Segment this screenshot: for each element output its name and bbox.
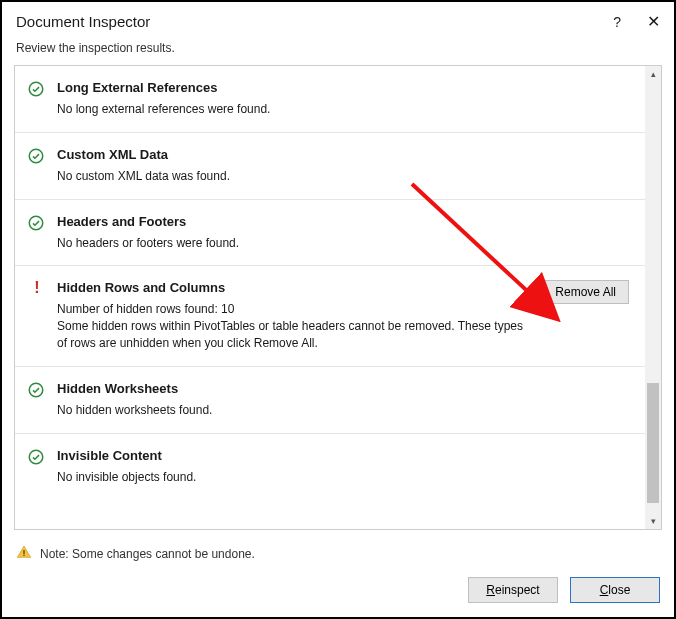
subheader-text: Review the inspection results. — [2, 37, 674, 65]
result-title: Invisible Content — [57, 448, 629, 463]
scroll-track[interactable] — [645, 82, 661, 513]
dialog-title: Document Inspector — [16, 13, 150, 30]
svg-point-2 — [29, 216, 43, 230]
scrollbar[interactable]: ▴ ▾ — [645, 66, 661, 529]
result-desc: Number of hidden rows found: 10 Some hid… — [57, 301, 532, 351]
result-title: Hidden Rows and Columns — [57, 280, 532, 295]
svg-rect-6 — [23, 555, 24, 556]
scroll-up-icon[interactable]: ▴ — [645, 66, 661, 82]
svg-point-4 — [29, 450, 43, 464]
checkmark-icon — [27, 214, 47, 235]
close-icon[interactable]: ✕ — [645, 12, 662, 31]
result-item: Invisible Content No invisible objects f… — [15, 434, 645, 500]
result-title: Long External References — [57, 80, 629, 95]
alert-icon: ! — [27, 280, 47, 296]
result-desc: No headers or footers were found. — [57, 235, 629, 252]
result-desc: No invisible objects found. — [57, 469, 629, 486]
svg-rect-5 — [23, 550, 24, 554]
result-item: Custom XML Data No custom XML data was f… — [15, 133, 645, 200]
checkmark-icon — [27, 147, 47, 168]
result-item: Hidden Worksheets No hidden worksheets f… — [15, 367, 645, 434]
svg-point-1 — [29, 149, 43, 163]
checkmark-icon — [27, 448, 47, 469]
footer-note-text: Note: Some changes cannot be undone. — [40, 547, 255, 561]
reinspect-label-rest: einspect — [495, 583, 540, 597]
warning-triangle-icon — [16, 544, 32, 563]
checkmark-icon — [27, 80, 47, 101]
result-item: Headers and Footers No headers or footer… — [15, 200, 645, 267]
reinspect-button[interactable]: Reinspect — [468, 577, 558, 603]
svg-point-3 — [29, 383, 43, 397]
help-icon[interactable]: ? — [613, 14, 621, 30]
result-title: Custom XML Data — [57, 147, 629, 162]
footer-note: Note: Some changes cannot be undone. — [2, 534, 674, 573]
result-title: Hidden Worksheets — [57, 381, 629, 396]
scroll-thumb[interactable] — [647, 383, 659, 503]
result-desc: No long external references were found. — [57, 101, 629, 118]
result-item: ! Hidden Rows and Columns Number of hidd… — [15, 266, 645, 366]
footer-buttons: Reinspect Close — [2, 573, 674, 617]
checkmark-icon — [27, 381, 47, 402]
close-button[interactable]: Close — [570, 577, 660, 603]
scroll-down-icon[interactable]: ▾ — [645, 513, 661, 529]
result-item: Long External References No long externa… — [15, 66, 645, 133]
titlebar: Document Inspector ? ✕ — [2, 2, 674, 37]
remove-all-button[interactable]: Remove All — [542, 280, 629, 304]
title-controls: ? ✕ — [613, 12, 662, 31]
result-desc: No hidden worksheets found. — [57, 402, 629, 419]
close-label-rest: lose — [608, 583, 630, 597]
results-panel: Long External References No long externa… — [14, 65, 662, 530]
result-title: Headers and Footers — [57, 214, 629, 229]
result-desc: No custom XML data was found. — [57, 168, 629, 185]
svg-point-0 — [29, 82, 43, 96]
results-list: Long External References No long externa… — [15, 66, 645, 529]
